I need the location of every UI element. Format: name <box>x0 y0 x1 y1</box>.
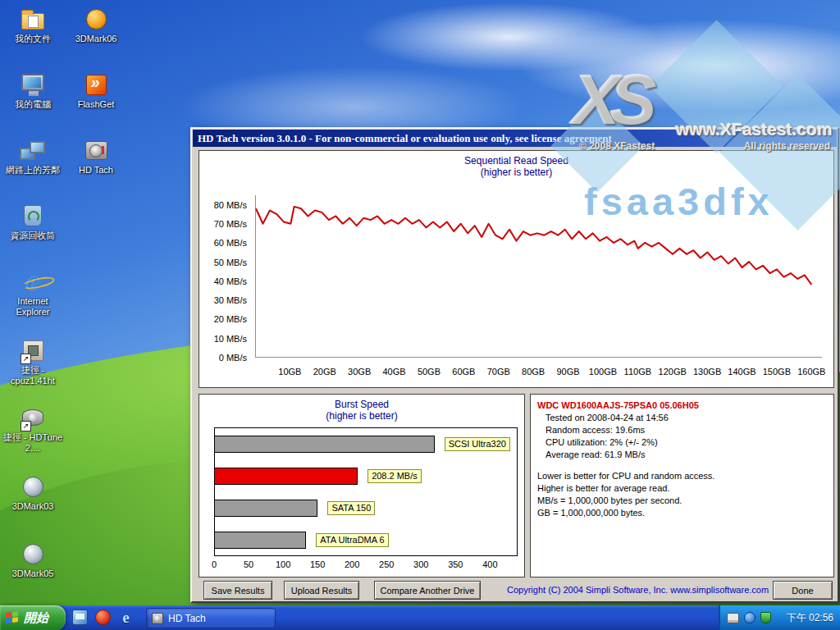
done-button[interactable]: Done <box>773 581 833 600</box>
desktop-icon-3dmark06[interactable]: 3DMark06 <box>66 7 126 44</box>
desktop-icon-label: 3DMark05 <box>12 568 54 579</box>
desktop-icon-3dmark05[interactable]: 3DMark05 <box>2 541 63 579</box>
desktop-icon-my-computer[interactable]: 我的電腦 <box>2 72 63 110</box>
desktop-icon-label: 我的電腦 <box>15 99 51 110</box>
x-axis-tick-label: 40GB <box>382 367 405 377</box>
taskbar-task-hdtach[interactable]: HD Tach <box>146 608 276 628</box>
desktop-icon-label: 我的文件 <box>15 34 51 44</box>
x-axis-tick-label: 10GB <box>278 367 301 377</box>
internet-explorer-icon[interactable] <box>118 609 134 625</box>
media-player-icon[interactable] <box>95 609 111 625</box>
task-button-label: HD Tach <box>168 613 206 624</box>
read-speed-polyline <box>256 207 811 285</box>
y-axis-tick-label: 40 MB/s <box>214 276 247 286</box>
burst-bar-label: SCSI Ultra320 <box>445 437 510 451</box>
burst-bar-label: 208.2 MB/s <box>368 469 422 483</box>
burst-speed-chart: Burst Speed (higher is better) SCSI Ultr… <box>199 394 525 578</box>
desktop-icon-recycle-bin[interactable]: 資源回收筒 <box>2 203 63 241</box>
line-plot-area <box>255 195 822 358</box>
drive-model-text: WDC WD1600AAJS-75PSA0 05.06H05 <box>537 400 827 410</box>
burst-bar-row: ATA UltraDMA 6 <box>215 524 517 556</box>
desktop-icon-internet-explorer[interactable]: Internet Explorer <box>2 269 63 317</box>
desktop-icon-label: 網路上的芳鄰 <box>6 165 60 176</box>
internet-explorer-icon <box>19 269 47 294</box>
burst-x-tick-label: 400 <box>482 559 497 569</box>
x-axis-tick-label: 110GB <box>624 367 651 377</box>
y-axis-tick-label: 0 MB/s <box>219 353 247 363</box>
y-axis-tick-label: 70 MB/s <box>214 219 247 229</box>
average-read-text: Average read: 61.9 MB/s <box>546 450 827 459</box>
orb-icon <box>19 474 47 499</box>
y-axis-tick-label: 50 MB/s <box>214 258 247 267</box>
folder-icon <box>19 7 47 31</box>
note-text: GB = 1,000,000,000 bytes. <box>537 508 827 518</box>
burst-x-tick-label: 50 <box>244 559 253 569</box>
x-axis-labels: 10GB20GB30GB40GB50GB60GB70GB80GB90GB100G… <box>255 367 822 379</box>
burst-bar-label: ATA UltraDMA 6 <box>316 533 388 547</box>
note-text: MB/s = 1,000,000 bytes per second. <box>537 495 827 505</box>
x-axis-tick-label: 130GB <box>693 367 721 377</box>
chart-title: Sequential Read Speed <box>199 151 833 167</box>
y-axis-tick-label: 60 MB/s <box>214 238 247 248</box>
network-status-icon[interactable] <box>744 612 756 623</box>
desktop-icon-network-places[interactable]: 網路上的芳鄰 <box>2 138 63 176</box>
desktop-icon-label: HD Tach <box>79 165 113 176</box>
orb-icon <box>19 541 47 566</box>
x-axis-tick-label: 60GB <box>452 367 475 377</box>
shield-icon[interactable] <box>760 612 771 623</box>
shortcut-icon <box>19 338 47 363</box>
burst-bar-label: SATA 150 <box>327 501 375 515</box>
y-axis-labels: 0 MB/s10 MB/s20 MB/s30 MB/s40 MB/s50 MB/… <box>203 195 252 358</box>
burst-bar <box>215 436 435 453</box>
results-info-panel: WDC WD1600AAJS-75PSA0 05.06H05 Tested on… <box>530 394 834 578</box>
x-axis-tick-label: 80GB <box>522 367 545 377</box>
compare-another-drive-button[interactable]: Compare Another Drive <box>374 581 481 600</box>
burst-x-tick-label: 0 <box>212 559 217 569</box>
desktop-icon-hdtach[interactable]: HD Tach <box>66 138 126 176</box>
burst-x-tick-label: 200 <box>345 559 359 569</box>
desktop-icon-flashget[interactable]: FlashGet <box>66 72 126 110</box>
x-axis-tick-label: 30GB <box>348 367 371 377</box>
chart-subtitle: (higher is better) <box>199 410 524 422</box>
save-results-button[interactable]: Save Results <box>203 581 272 600</box>
keyboard-icon[interactable] <box>727 613 739 623</box>
recycle-bin-icon <box>19 203 47 228</box>
desktop-icon-3dmark03[interactable]: 3DMark03 <box>2 474 63 512</box>
upload-results-button[interactable]: Upload Results <box>284 581 359 600</box>
x-axis-tick-label: 150GB <box>763 367 791 377</box>
note-text: Lower is better for CPU and random acces… <box>537 471 827 481</box>
desktop-icon-label: 捷徑 - cpuz1.41ht <box>2 365 63 386</box>
y-axis-tick-label: 10 MB/s <box>214 334 247 344</box>
tested-on-text: Tested on 2008-04-24 at 14:56 <box>546 413 827 422</box>
computer-icon <box>19 72 47 97</box>
x-axis-tick-label: 50GB <box>418 367 441 377</box>
read-speed-line <box>256 195 822 357</box>
system-tray: 下午 02:56 <box>719 605 840 630</box>
medal-icon <box>82 7 110 31</box>
start-button-label: 開始 <box>24 610 48 626</box>
hdtach-icon <box>152 613 163 624</box>
desktop-icon-label: 資源回收筒 <box>11 231 56 241</box>
cpu-utilization-text: CPU utilization: 2% (+/- 2%) <box>546 437 827 447</box>
chart-subtitle: (higher is better) <box>199 167 833 178</box>
title-bar[interactable]: HD Tach version 3.0.1.0 - For non-commer… <box>193 130 837 147</box>
burst-x-tick-label: 250 <box>379 559 394 569</box>
screen: 我的文件 3DMark06 我的電腦 FlashGet 網路上的芳鄰 HD Ta… <box>0 0 840 630</box>
desktop-icon-cpuz-shortcut[interactable]: 捷徑 - cpuz1.41ht <box>2 338 63 386</box>
taskbar-clock[interactable]: 下午 02:56 <box>787 611 833 625</box>
desktop-icon-label: 3DMark03 <box>12 501 54 512</box>
x-axis-tick-label: 160GB <box>797 367 825 377</box>
windows-flag-icon <box>6 610 20 624</box>
start-button[interactable]: 開始 <box>0 605 66 630</box>
desktop-icon-label: FlashGet <box>78 99 115 110</box>
flashget-icon <box>82 72 110 97</box>
desktop-icon-hdtune-shortcut[interactable]: 捷徑 - HDTune 2.... <box>2 405 63 454</box>
network-icon <box>19 138 47 162</box>
show-desktop-icon[interactable] <box>72 609 88 625</box>
x-axis-tick-label: 90GB <box>556 367 579 377</box>
x-axis-tick-label: 120GB <box>659 367 687 377</box>
burst-x-tick-label: 300 <box>413 559 428 569</box>
desktop-icon-my-documents[interactable]: 我的文件 <box>2 7 63 44</box>
y-axis-tick-label: 80 MB/s <box>214 200 247 210</box>
burst-bar <box>215 468 358 485</box>
